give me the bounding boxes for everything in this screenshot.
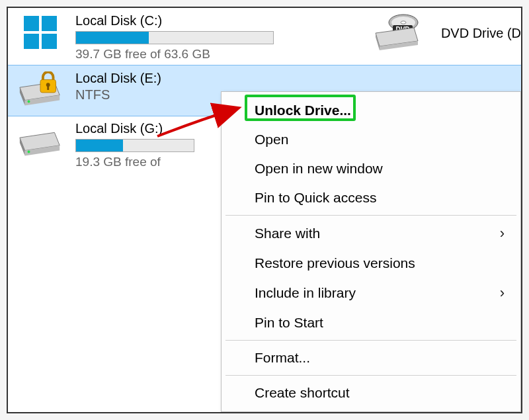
- menu-separator: [225, 340, 516, 341]
- drive-name: Local Disk (E:): [75, 71, 514, 86]
- menu-item-label: Format...: [255, 350, 310, 366]
- menu-item-include-library[interactable]: Include in library ›: [222, 278, 520, 308]
- storage-bar: [75, 31, 274, 44]
- menu-item-label: Unlock Drive...: [255, 103, 351, 118]
- menu-item-pin-quick-access[interactable]: Pin to Quick access: [222, 183, 520, 212]
- drive-free-text: 39.7 GB free of 63.6 GB: [75, 47, 347, 62]
- menu-item-label: Share with: [255, 226, 320, 241]
- explorer-window: Local Disk (C:) 39.7 GB free of 63.6 GB …: [7, 7, 522, 413]
- context-menu: Unlock Drive... Open Open in new window …: [221, 91, 521, 412]
- drive-row-top: Local Disk (C:) 39.7 GB free of 63.6 GB …: [8, 8, 521, 65]
- menu-item-label: Restore previous versions: [255, 255, 415, 271]
- svg-rect-0: [24, 16, 39, 31]
- svg-point-6: [401, 21, 406, 24]
- drive-item-dvd[interactable]: DVD DVD Drive (D: [354, 8, 521, 58]
- menu-item-open-new-window[interactable]: Open in new window: [222, 154, 520, 183]
- svg-rect-1: [42, 16, 57, 31]
- drive-item-c[interactable]: Local Disk (C:) 39.7 GB free of 63.6 GB: [8, 8, 354, 65]
- hard-drive-icon: [17, 120, 65, 162]
- menu-item-restore-versions[interactable]: Restore previous versions: [222, 249, 520, 278]
- menu-item-label: Pin to Quick access: [255, 190, 376, 206]
- storage-bar: [75, 139, 194, 152]
- chevron-right-icon: ›: [500, 284, 505, 302]
- menu-item-label: Open in new window: [255, 161, 383, 177]
- chevron-right-icon: ›: [500, 225, 505, 242]
- svg-point-22: [28, 151, 30, 153]
- svg-point-15: [28, 101, 30, 103]
- dvd-drive-icon: DVD: [374, 12, 421, 54]
- menu-item-unlock-drive[interactable]: Unlock Drive...: [222, 96, 520, 125]
- menu-item-format[interactable]: Format...: [222, 343, 520, 372]
- drive-name: Local Disk (C:): [75, 13, 347, 28]
- storage-bar-fill: [76, 140, 123, 151]
- drive-info: Local Disk (C:) 39.7 GB free of 63.6 GB: [75, 12, 347, 62]
- menu-separator: [225, 215, 516, 216]
- menu-item-open[interactable]: Open: [222, 125, 520, 154]
- menu-item-label: Include in library: [255, 285, 356, 301]
- storage-bar-fill: [76, 32, 149, 44]
- svg-rect-3: [42, 34, 57, 49]
- menu-item-create-shortcut[interactable]: Create shortcut: [222, 378, 520, 407]
- windows-drive-icon: [17, 12, 65, 54]
- drive-name: DVD Drive (D: [441, 26, 521, 41]
- locked-drive-icon: [17, 69, 65, 112]
- menu-item-pin-start[interactable]: Pin to Start: [222, 308, 520, 337]
- svg-rect-18: [47, 86, 49, 90]
- menu-item-label: Pin to Start: [255, 315, 323, 331]
- menu-item-label: Create shortcut: [255, 385, 350, 401]
- svg-rect-2: [24, 34, 39, 49]
- menu-item-share-with[interactable]: Share with ›: [222, 218, 520, 249]
- menu-item-label: Open: [255, 132, 288, 147]
- menu-separator: [225, 375, 516, 376]
